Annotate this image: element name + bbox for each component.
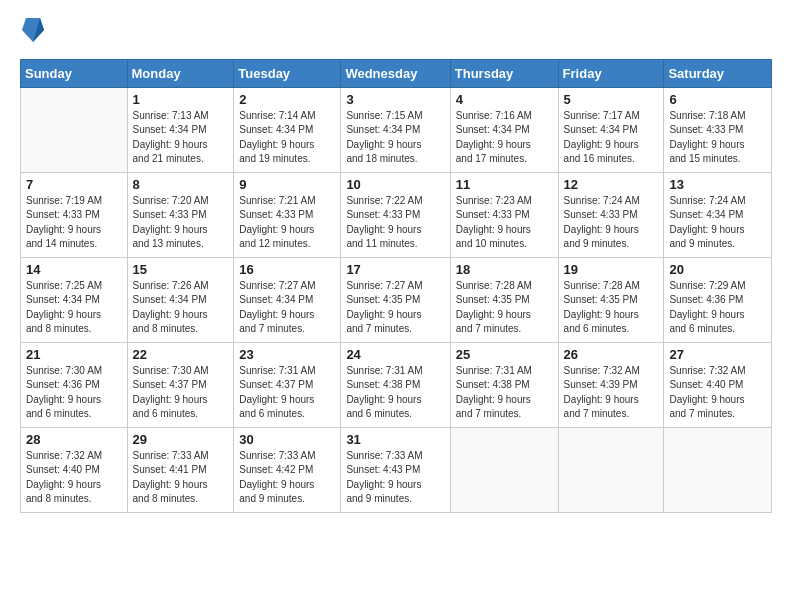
day-info: Sunrise: 7:25 AM Sunset: 4:34 PM Dayligh… bbox=[26, 279, 122, 337]
day-number: 2 bbox=[239, 92, 335, 107]
day-number: 24 bbox=[346, 347, 444, 362]
calendar-cell: 21Sunrise: 7:30 AM Sunset: 4:36 PM Dayli… bbox=[21, 342, 128, 427]
calendar-header-tuesday: Tuesday bbox=[234, 59, 341, 87]
calendar-cell: 31Sunrise: 7:33 AM Sunset: 4:43 PM Dayli… bbox=[341, 427, 450, 512]
day-info: Sunrise: 7:29 AM Sunset: 4:36 PM Dayligh… bbox=[669, 279, 766, 337]
week-row-2: 7Sunrise: 7:19 AM Sunset: 4:33 PM Daylig… bbox=[21, 172, 772, 257]
calendar-header-wednesday: Wednesday bbox=[341, 59, 450, 87]
calendar-cell: 17Sunrise: 7:27 AM Sunset: 4:35 PM Dayli… bbox=[341, 257, 450, 342]
calendar-cell: 14Sunrise: 7:25 AM Sunset: 4:34 PM Dayli… bbox=[21, 257, 128, 342]
calendar-cell bbox=[21, 87, 128, 172]
day-number: 19 bbox=[564, 262, 659, 277]
calendar-cell: 10Sunrise: 7:22 AM Sunset: 4:33 PM Dayli… bbox=[341, 172, 450, 257]
day-info: Sunrise: 7:19 AM Sunset: 4:33 PM Dayligh… bbox=[26, 194, 122, 252]
calendar-cell bbox=[558, 427, 664, 512]
day-info: Sunrise: 7:15 AM Sunset: 4:34 PM Dayligh… bbox=[346, 109, 444, 167]
day-info: Sunrise: 7:32 AM Sunset: 4:40 PM Dayligh… bbox=[669, 364, 766, 422]
day-number: 18 bbox=[456, 262, 553, 277]
day-number: 31 bbox=[346, 432, 444, 447]
calendar-cell: 9Sunrise: 7:21 AM Sunset: 4:33 PM Daylig… bbox=[234, 172, 341, 257]
calendar-cell: 3Sunrise: 7:15 AM Sunset: 4:34 PM Daylig… bbox=[341, 87, 450, 172]
calendar-cell: 28Sunrise: 7:32 AM Sunset: 4:40 PM Dayli… bbox=[21, 427, 128, 512]
day-info: Sunrise: 7:31 AM Sunset: 4:38 PM Dayligh… bbox=[456, 364, 553, 422]
calendar-cell: 15Sunrise: 7:26 AM Sunset: 4:34 PM Dayli… bbox=[127, 257, 234, 342]
day-number: 27 bbox=[669, 347, 766, 362]
calendar-cell: 12Sunrise: 7:24 AM Sunset: 4:33 PM Dayli… bbox=[558, 172, 664, 257]
day-number: 28 bbox=[26, 432, 122, 447]
day-number: 13 bbox=[669, 177, 766, 192]
calendar-cell: 5Sunrise: 7:17 AM Sunset: 4:34 PM Daylig… bbox=[558, 87, 664, 172]
day-info: Sunrise: 7:31 AM Sunset: 4:37 PM Dayligh… bbox=[239, 364, 335, 422]
day-number: 4 bbox=[456, 92, 553, 107]
day-info: Sunrise: 7:20 AM Sunset: 4:33 PM Dayligh… bbox=[133, 194, 229, 252]
day-number: 1 bbox=[133, 92, 229, 107]
day-info: Sunrise: 7:28 AM Sunset: 4:35 PM Dayligh… bbox=[456, 279, 553, 337]
logo bbox=[20, 18, 44, 49]
calendar-cell bbox=[450, 427, 558, 512]
calendar-cell: 27Sunrise: 7:32 AM Sunset: 4:40 PM Dayli… bbox=[664, 342, 772, 427]
day-info: Sunrise: 7:22 AM Sunset: 4:33 PM Dayligh… bbox=[346, 194, 444, 252]
calendar-header-sunday: Sunday bbox=[21, 59, 128, 87]
day-info: Sunrise: 7:26 AM Sunset: 4:34 PM Dayligh… bbox=[133, 279, 229, 337]
day-info: Sunrise: 7:17 AM Sunset: 4:34 PM Dayligh… bbox=[564, 109, 659, 167]
day-number: 15 bbox=[133, 262, 229, 277]
header bbox=[20, 18, 772, 49]
day-number: 10 bbox=[346, 177, 444, 192]
day-number: 5 bbox=[564, 92, 659, 107]
calendar-cell: 16Sunrise: 7:27 AM Sunset: 4:34 PM Dayli… bbox=[234, 257, 341, 342]
calendar-header-friday: Friday bbox=[558, 59, 664, 87]
calendar-cell: 1Sunrise: 7:13 AM Sunset: 4:34 PM Daylig… bbox=[127, 87, 234, 172]
week-row-5: 28Sunrise: 7:32 AM Sunset: 4:40 PM Dayli… bbox=[21, 427, 772, 512]
calendar-cell: 24Sunrise: 7:31 AM Sunset: 4:38 PM Dayli… bbox=[341, 342, 450, 427]
day-info: Sunrise: 7:21 AM Sunset: 4:33 PM Dayligh… bbox=[239, 194, 335, 252]
day-info: Sunrise: 7:33 AM Sunset: 4:43 PM Dayligh… bbox=[346, 449, 444, 507]
day-number: 7 bbox=[26, 177, 122, 192]
logo-icon bbox=[22, 16, 44, 44]
day-number: 22 bbox=[133, 347, 229, 362]
day-number: 9 bbox=[239, 177, 335, 192]
calendar-cell: 6Sunrise: 7:18 AM Sunset: 4:33 PM Daylig… bbox=[664, 87, 772, 172]
calendar-cell: 11Sunrise: 7:23 AM Sunset: 4:33 PM Dayli… bbox=[450, 172, 558, 257]
calendar-cell: 7Sunrise: 7:19 AM Sunset: 4:33 PM Daylig… bbox=[21, 172, 128, 257]
day-info: Sunrise: 7:24 AM Sunset: 4:33 PM Dayligh… bbox=[564, 194, 659, 252]
calendar-cell: 30Sunrise: 7:33 AM Sunset: 4:42 PM Dayli… bbox=[234, 427, 341, 512]
day-number: 3 bbox=[346, 92, 444, 107]
day-number: 6 bbox=[669, 92, 766, 107]
day-number: 26 bbox=[564, 347, 659, 362]
day-info: Sunrise: 7:32 AM Sunset: 4:40 PM Dayligh… bbox=[26, 449, 122, 507]
calendar-cell: 19Sunrise: 7:28 AM Sunset: 4:35 PM Dayli… bbox=[558, 257, 664, 342]
day-info: Sunrise: 7:32 AM Sunset: 4:39 PM Dayligh… bbox=[564, 364, 659, 422]
day-number: 11 bbox=[456, 177, 553, 192]
calendar-cell bbox=[664, 427, 772, 512]
day-info: Sunrise: 7:31 AM Sunset: 4:38 PM Dayligh… bbox=[346, 364, 444, 422]
day-number: 23 bbox=[239, 347, 335, 362]
day-number: 8 bbox=[133, 177, 229, 192]
day-number: 25 bbox=[456, 347, 553, 362]
calendar-cell: 8Sunrise: 7:20 AM Sunset: 4:33 PM Daylig… bbox=[127, 172, 234, 257]
day-info: Sunrise: 7:18 AM Sunset: 4:33 PM Dayligh… bbox=[669, 109, 766, 167]
calendar-cell: 13Sunrise: 7:24 AM Sunset: 4:34 PM Dayli… bbox=[664, 172, 772, 257]
day-number: 29 bbox=[133, 432, 229, 447]
day-info: Sunrise: 7:13 AM Sunset: 4:34 PM Dayligh… bbox=[133, 109, 229, 167]
day-number: 14 bbox=[26, 262, 122, 277]
calendar-cell: 2Sunrise: 7:14 AM Sunset: 4:34 PM Daylig… bbox=[234, 87, 341, 172]
day-info: Sunrise: 7:28 AM Sunset: 4:35 PM Dayligh… bbox=[564, 279, 659, 337]
day-info: Sunrise: 7:16 AM Sunset: 4:34 PM Dayligh… bbox=[456, 109, 553, 167]
week-row-4: 21Sunrise: 7:30 AM Sunset: 4:36 PM Dayli… bbox=[21, 342, 772, 427]
calendar-header-saturday: Saturday bbox=[664, 59, 772, 87]
calendar-cell: 18Sunrise: 7:28 AM Sunset: 4:35 PM Dayli… bbox=[450, 257, 558, 342]
calendar-table: SundayMondayTuesdayWednesdayThursdayFrid… bbox=[20, 59, 772, 513]
calendar-cell: 23Sunrise: 7:31 AM Sunset: 4:37 PM Dayli… bbox=[234, 342, 341, 427]
week-row-1: 1Sunrise: 7:13 AM Sunset: 4:34 PM Daylig… bbox=[21, 87, 772, 172]
day-info: Sunrise: 7:33 AM Sunset: 4:42 PM Dayligh… bbox=[239, 449, 335, 507]
day-number: 17 bbox=[346, 262, 444, 277]
day-info: Sunrise: 7:14 AM Sunset: 4:34 PM Dayligh… bbox=[239, 109, 335, 167]
calendar-header-thursday: Thursday bbox=[450, 59, 558, 87]
calendar-cell: 26Sunrise: 7:32 AM Sunset: 4:39 PM Dayli… bbox=[558, 342, 664, 427]
day-info: Sunrise: 7:27 AM Sunset: 4:35 PM Dayligh… bbox=[346, 279, 444, 337]
page: SundayMondayTuesdayWednesdayThursdayFrid… bbox=[0, 0, 792, 612]
calendar-cell: 29Sunrise: 7:33 AM Sunset: 4:41 PM Dayli… bbox=[127, 427, 234, 512]
day-number: 12 bbox=[564, 177, 659, 192]
calendar-cell: 4Sunrise: 7:16 AM Sunset: 4:34 PM Daylig… bbox=[450, 87, 558, 172]
day-info: Sunrise: 7:33 AM Sunset: 4:41 PM Dayligh… bbox=[133, 449, 229, 507]
